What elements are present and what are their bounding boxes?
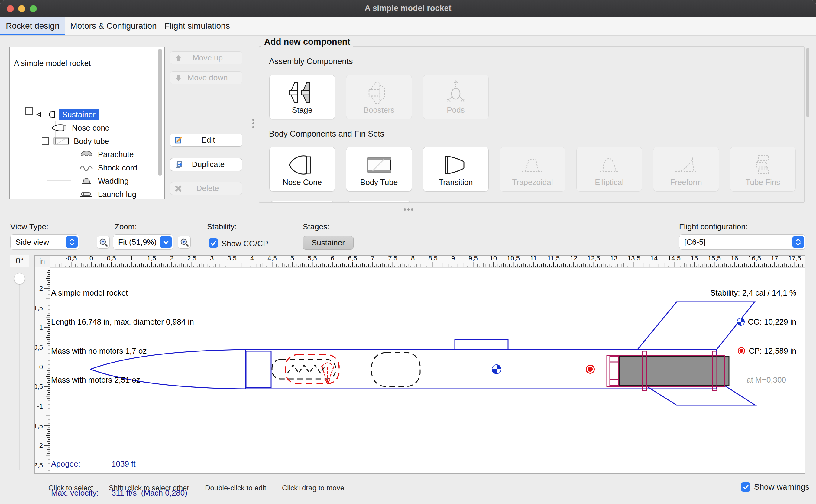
move-down-button[interactable]: Move down	[170, 71, 242, 84]
tree-row-launch-lug[interactable]: Launch lug	[79, 188, 136, 199]
delete-button[interactable]: Delete	[170, 182, 242, 195]
parachute-glyph	[322, 363, 334, 384]
svg-text:11: 11	[530, 256, 537, 262]
add-tube-fins-button[interactable]: Tube Fins	[730, 147, 796, 192]
tab-rocket-design[interactable]: Rocket design	[0, 17, 65, 35]
add-stage-button[interactable]: Stage	[269, 75, 335, 119]
add-transition-button[interactable]: Transition	[423, 147, 489, 192]
horizontal-splitter-handle[interactable]	[404, 208, 413, 211]
view-type-label: View Type:	[10, 222, 48, 231]
tree-row-body-tube[interactable]: Body tube	[53, 134, 109, 148]
cg-line: CG: 10,229 in	[710, 317, 796, 327]
tree-row-shock-cord[interactable]: Shock cord	[79, 161, 137, 174]
svg-text:14: 14	[650, 256, 658, 262]
flight-config-label: Flight configuration:	[679, 222, 748, 231]
add-boosters-button[interactable]: Boosters	[346, 75, 412, 119]
toolbar-separator	[285, 225, 285, 249]
move-up-button[interactable]: Move up	[170, 51, 242, 64]
shock-cord-outline	[272, 360, 335, 379]
svg-text:12,5: 12,5	[587, 256, 600, 262]
tree-item-label: Nose cone	[72, 123, 109, 133]
rocket-view-panel[interactable]: -0,500,511,522,533,544,555,566,577,588,5…	[34, 255, 805, 474]
magnifier-plus-icon	[180, 238, 189, 247]
show-cgcp-label: Show CG/CP	[222, 239, 268, 248]
tree-row-wadding[interactable]: Wadding	[79, 174, 129, 188]
svg-text:0,5: 0,5	[35, 344, 43, 351]
partial-card[interactable]	[346, 201, 412, 202]
flight-config-select[interactable]: [C6-5]	[679, 234, 805, 250]
expand-toggle-sustainer[interactable]	[25, 107, 33, 115]
svg-text:13: 13	[610, 256, 617, 262]
stability-block: Stability: 2,4 cal / 14,1 % CG: 10,229 i…	[710, 269, 796, 404]
expand-toggle-body-tube[interactable]	[42, 137, 49, 145]
ruler-unit-box: in	[35, 256, 50, 267]
svg-text:-1: -1	[37, 402, 43, 410]
stage-toggle-sustainer[interactable]: Sustainer	[303, 236, 354, 250]
add-pods-button[interactable]: Pods	[423, 75, 489, 119]
svg-text:2: 2	[39, 285, 43, 292]
tab-flight-simulations[interactable]: Flight simulations	[162, 17, 233, 35]
nose-cone-icon	[51, 124, 68, 132]
show-cgcp-checkbox[interactable]	[209, 238, 218, 248]
view-type-select[interactable]: Side view	[10, 234, 79, 250]
svg-text:16,5: 16,5	[748, 256, 761, 262]
zoom-in-button[interactable]	[178, 236, 191, 249]
cg-marker	[492, 365, 501, 374]
show-warnings-label: Show warnings	[754, 483, 809, 492]
zoom-label: Zoom:	[115, 222, 137, 231]
svg-text:6: 6	[331, 256, 334, 262]
svg-text:0: 0	[89, 256, 93, 262]
chevron-up-down-icon	[792, 236, 804, 248]
svg-text:0,5: 0,5	[107, 256, 116, 262]
duplicate-button[interactable]: Duplicate	[170, 158, 242, 171]
svg-text:7: 7	[371, 256, 374, 262]
tree-row-sustainer[interactable]: Sustainer	[36, 108, 99, 121]
svg-text:3,5: 3,5	[227, 256, 237, 262]
arrow-down-icon	[175, 75, 182, 81]
freeform-fin-icon	[669, 153, 703, 177]
add-freeform-fin-button[interactable]: Freeform	[653, 147, 719, 192]
shock-cord-icon	[79, 164, 94, 172]
zoom-out-button[interactable]	[97, 236, 110, 249]
svg-text:17: 17	[771, 256, 778, 262]
svg-text:7,5: 7,5	[388, 256, 397, 262]
svg-text:2: 2	[170, 256, 173, 262]
svg-text:13,5: 13,5	[627, 256, 640, 262]
tree-scrollbar[interactable]	[158, 49, 162, 176]
tree-item-label: Sustainer	[59, 109, 99, 120]
rotation-slider-track[interactable]	[19, 273, 20, 470]
add-elliptical-fin-button[interactable]: Elliptical	[576, 147, 642, 192]
add-component-scrollbar[interactable]	[806, 48, 809, 117]
tree-row-root[interactable]: A simple model rocket	[14, 57, 91, 70]
elliptical-fin-icon	[593, 153, 626, 177]
cp-line: CP: 12,589 in	[710, 346, 796, 356]
show-warnings-checkbox[interactable]	[741, 482, 750, 492]
wadding-icon	[79, 177, 94, 185]
tree-row-nose-cone[interactable]: Nose cone	[51, 121, 109, 134]
add-trapezoidal-fin-button[interactable]: Trapezoidal	[500, 147, 565, 192]
edit-button[interactable]: Edit	[170, 134, 242, 147]
component-tree[interactable]: A simple model rocket Sustainer Nose con…	[9, 47, 165, 199]
tree-root-label: A simple model rocket	[14, 59, 91, 68]
launch-lug-icon	[79, 190, 94, 198]
svg-text:8,5: 8,5	[428, 256, 438, 262]
vertical-splitter-handle[interactable]	[252, 119, 254, 128]
rotation-slider-knob[interactable]	[14, 273, 25, 284]
checkmark-icon	[743, 484, 749, 490]
stage-icon	[36, 110, 56, 119]
add-nose-cone-button[interactable]: Nose Cone	[269, 147, 335, 192]
svg-text:-2,5: -2,5	[35, 461, 43, 469]
svg-text:6,5: 6,5	[348, 256, 357, 262]
launch-lug-outline	[455, 340, 508, 350]
svg-text:9,5: 9,5	[468, 256, 478, 262]
zoom-select[interactable]: Fit (51,9%)	[113, 234, 173, 250]
tree-item-label: Launch lug	[98, 190, 136, 199]
tab-motors-configuration[interactable]: Motors & Configuration	[65, 17, 162, 35]
tree-row-parachute[interactable]: Parachute	[79, 148, 134, 161]
tree-item-label: Parachute	[98, 150, 134, 159]
add-body-tube-button[interactable]: Body Tube	[346, 147, 412, 192]
svg-text:1,5: 1,5	[147, 256, 156, 262]
svg-text:15: 15	[691, 256, 698, 262]
partial-card[interactable]	[269, 201, 335, 202]
stage-icon	[286, 80, 319, 105]
